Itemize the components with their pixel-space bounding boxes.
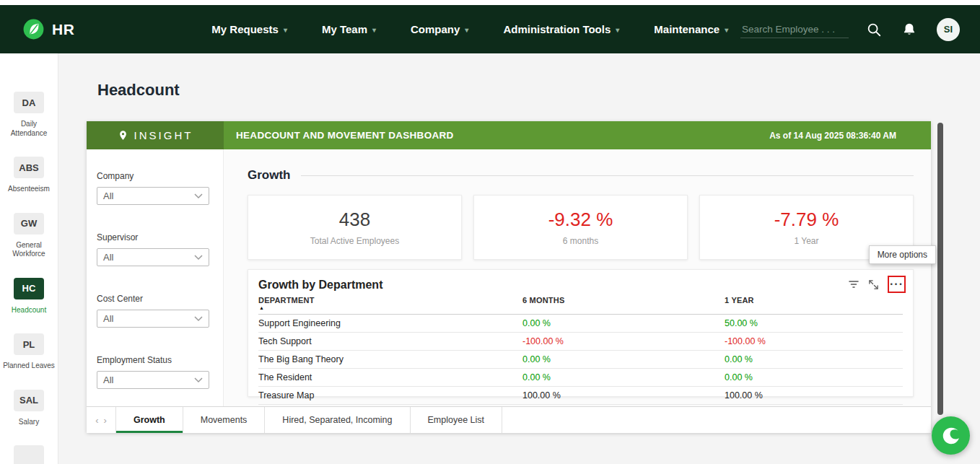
tab-growth[interactable]: Growth xyxy=(115,407,183,433)
sidebar-item-label: Planned Leaves xyxy=(3,362,55,371)
sidebar-item-general-workforce[interactable]: GW General Workforce xyxy=(3,213,55,259)
filter-group-company: Company All xyxy=(97,171,211,205)
chevron-down-icon xyxy=(194,316,203,322)
growth-by-department-table: DEPARTMENT ▲ 6 MONTHS 1 YEAR Support Eng… xyxy=(258,296,903,405)
sidebar-item-abbr: ABS xyxy=(14,157,44,178)
sidebar-item-partial[interactable] xyxy=(14,445,44,464)
column-header-6-months[interactable]: 6 MONTHS xyxy=(522,296,725,314)
filter-selected-value: All xyxy=(103,191,194,201)
table-row[interactable]: Support Engineering 0.00 % 50.00 % xyxy=(258,315,903,333)
sort-ascending-icon: ▲ xyxy=(259,305,264,310)
search-icon[interactable] xyxy=(866,22,882,38)
brand-name: HR xyxy=(52,21,74,38)
nav-item-company[interactable]: Company ▾ xyxy=(411,23,468,35)
company-filter-select[interactable]: All xyxy=(97,187,209,205)
notifications-bell-icon[interactable] xyxy=(902,22,916,37)
cost-center-filter-select[interactable]: All xyxy=(97,310,209,328)
user-avatar[interactable]: SI xyxy=(937,18,960,41)
stat-value: -7.79 % xyxy=(774,209,839,231)
column-header-department[interactable]: DEPARTMENT ▲ xyxy=(258,296,522,314)
growth-stat-cards: 438 Total Active Employees -9.32 % 6 mon… xyxy=(248,195,914,260)
sidebar-item-absenteeism[interactable]: ABS Absenteeism xyxy=(3,157,55,194)
sidebar-item-headcount[interactable]: HC Headcount xyxy=(3,278,55,315)
section-title-growth: Growth xyxy=(248,168,291,183)
dashboard-titlebar: HEADCOUNT AND MOVEMENT DASHBOARD As of 1… xyxy=(224,121,931,149)
as-of-timestamp: As of 14 Aug 2025 08:36:40 AM xyxy=(769,131,931,141)
sidebar-item-label: Headcount xyxy=(3,306,55,315)
nav-item-my-team[interactable]: My Team ▾ xyxy=(322,23,376,35)
more-options-tooltip: More options xyxy=(869,245,936,264)
search-input[interactable] xyxy=(740,21,849,38)
cell-1-year: -100.00 % xyxy=(725,336,903,346)
sidebar-item-label: Absenteeism xyxy=(3,185,55,194)
dashboard-title: HEADCOUNT AND MOVEMENT DASHBOARD xyxy=(236,130,454,141)
growth-by-department-card: More options ··· xyxy=(248,269,914,397)
tab-next-icon[interactable]: › xyxy=(104,415,107,426)
main-nav: My Requests ▾ My Team ▾ Company ▾ Admini… xyxy=(211,23,728,35)
nav-item-label: Company xyxy=(411,23,460,35)
focus-mode-icon[interactable] xyxy=(868,279,879,290)
filter-group-cost-center: Cost Center All xyxy=(97,294,211,328)
sidebar-item-abbr: PL xyxy=(14,333,44,355)
chevron-down-icon: ▾ xyxy=(725,25,728,34)
more-options-button[interactable]: ··· xyxy=(890,279,904,290)
cell-6-months: 0.00 % xyxy=(522,318,725,328)
table-row[interactable]: The Big Bang Theory 0.00 % 0.00 % xyxy=(258,351,903,369)
insight-logo: INSIGHT xyxy=(87,121,224,149)
nav-item-label: Administration Tools xyxy=(503,23,611,35)
chevron-down-icon xyxy=(194,193,203,199)
table-row[interactable]: The Resident 0.00 % 0.00 % xyxy=(258,369,903,387)
table-row[interactable]: Treasure Map 100.00 % 100.00 % xyxy=(258,387,903,405)
stat-label: Total Active Employees xyxy=(310,236,399,246)
sidebar-item-daily-attendance[interactable]: DA Daily Attendance xyxy=(3,92,55,138)
tab-prev-icon[interactable]: ‹ xyxy=(95,415,98,426)
chevron-down-icon xyxy=(194,377,203,383)
brand-leaf-icon xyxy=(22,17,45,41)
filter-label: Company xyxy=(97,171,211,181)
card-title: Growth by Department xyxy=(258,279,903,292)
nav-item-label: My Requests xyxy=(211,23,279,35)
app-logo[interactable]: HR xyxy=(22,17,74,41)
supervisor-filter-select[interactable]: All xyxy=(97,248,209,266)
filter-icon[interactable] xyxy=(848,279,859,290)
tab-hired-separated-incoming[interactable]: Hired, Separated, Incoming xyxy=(265,407,410,433)
cell-6-months: -100.00 % xyxy=(522,336,725,346)
filter-label: Employment Status xyxy=(97,355,211,365)
dashboard-header: INSIGHT HEADCOUNT AND MOVEMENT DASHBOARD… xyxy=(87,121,931,149)
tab-employee-list[interactable]: Employee List xyxy=(411,407,503,433)
section-divider xyxy=(301,175,914,176)
stat-card-total-active-employees: 438 Total Active Employees xyxy=(248,195,462,260)
nav-item-my-requests[interactable]: My Requests ▾ xyxy=(211,23,287,35)
stat-value: -9.32 % xyxy=(548,209,613,231)
floating-action-button[interactable] xyxy=(932,416,970,455)
sidebar-item-salary[interactable]: SAL Salary xyxy=(3,390,55,427)
cell-1-year: 0.00 % xyxy=(725,354,903,364)
filter-selected-value: All xyxy=(103,313,194,324)
stat-card-6-months: -9.32 % 6 months xyxy=(473,195,688,260)
dashboard-body: Company All Supervisor All Cost Center xyxy=(87,149,931,406)
visual-header-icons: ··· xyxy=(848,276,906,293)
more-options-highlight: ··· xyxy=(888,276,906,293)
sidebar-item-planned-leaves[interactable]: PL Planned Leaves xyxy=(3,333,55,371)
filter-panel: Company All Supervisor All Cost Center xyxy=(87,149,224,406)
cell-department: The Big Bang Theory xyxy=(258,354,522,364)
cell-department: Support Engineering xyxy=(258,318,522,328)
vertical-scrollbar[interactable] xyxy=(937,123,943,415)
nav-item-maintenance[interactable]: Maintenance ▾ xyxy=(654,23,728,35)
nav-item-administration-tools[interactable]: Administration Tools ▾ xyxy=(503,23,619,35)
table-row[interactable]: Tech Support -100.00 % -100.00 % xyxy=(258,333,903,351)
sidebar-item-abbr: DA xyxy=(14,92,44,113)
main-content: Headcount INSIGHT HEADCOUNT AND MOVEMENT… xyxy=(58,53,980,464)
sidebar-item-abbr: HC xyxy=(14,278,44,299)
filter-label: Supervisor xyxy=(97,232,211,242)
table-header-row: DEPARTMENT ▲ 6 MONTHS 1 YEAR xyxy=(258,296,903,315)
chevron-down-icon: ▾ xyxy=(465,25,468,34)
filter-label: Cost Center xyxy=(97,294,211,304)
employment-status-filter-select[interactable]: All xyxy=(97,371,209,389)
cell-1-year: 50.00 % xyxy=(725,318,903,328)
sidebar-item-abbr: SAL xyxy=(14,390,44,411)
column-header-1-year[interactable]: 1 YEAR xyxy=(725,296,903,314)
nav-item-label: Maintenance xyxy=(654,23,719,35)
tab-movements[interactable]: Movements xyxy=(183,407,266,433)
insight-dashboard: INSIGHT HEADCOUNT AND MOVEMENT DASHBOARD… xyxy=(87,121,931,433)
